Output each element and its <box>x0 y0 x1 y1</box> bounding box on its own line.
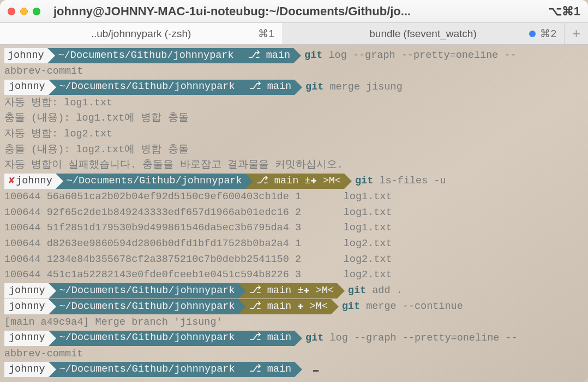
prompt-path: ~/Documents/Github/johnnypark <box>59 330 235 346</box>
window-titlebar: johnny@JOHNNY-MAC-1ui-noteubug:~/Documen… <box>0 0 588 23</box>
traffic-lights <box>8 8 40 15</box>
cursor-icon <box>313 370 319 372</box>
prompt-path: ~/Documents/Github/johnnypark <box>59 79 235 95</box>
output-line: 충돌 (내용): log1.txt에 병합 충돌 <box>4 111 584 127</box>
prompt-user: johnny <box>8 48 44 64</box>
prompt-branch: ⎇ main <box>249 79 292 95</box>
prompt-user: johnny <box>16 174 52 189</box>
prompt-user: johnny <box>9 79 45 95</box>
output-line: 100644 1234e84b355678cf2a3875210c7b0debb… <box>4 252 584 268</box>
prompt-line: johnny ~/Documents/Github/johnnypark ⎇ m… <box>4 283 584 299</box>
command-text: git log --graph --pretty=oneline -- <box>293 48 517 64</box>
window-title: johnny@JOHNNY-MAC-1ui-noteubug:~/Documen… <box>53 4 543 19</box>
command-text: git log --graph --pretty=oneline -- <box>295 331 518 347</box>
close-icon[interactable] <box>8 8 15 15</box>
command-text: git ls-files -u <box>344 174 446 189</box>
prompt-path: ~/Documents/Github/johnnypark <box>59 299 235 315</box>
output-line: 100644 92f65c2de1b849243333edf657d1966ab… <box>4 205 584 221</box>
window-shortcut: ⌥⌘1 <box>548 4 580 19</box>
prompt-branch: ⎇ main ✚ >M< <box>249 299 328 315</box>
modified-dot-icon <box>529 31 536 37</box>
tab-label: ..ub/johnnypark (-zsh) <box>91 28 191 40</box>
error-icon: ✘ <box>9 174 15 189</box>
prompt-branch: ⎇ main ±✚ >M< <box>249 283 334 299</box>
output-line: 100644 51f2851d179530b9d499861546da5ec3b… <box>4 220 584 236</box>
prompt-user: johnny <box>9 299 45 315</box>
output-line: 자동 병합: log2.txt <box>4 127 584 142</box>
tab-shortcut: ⌘2 <box>540 27 556 40</box>
tab-label: bundle (fsevent_watch) <box>369 28 476 40</box>
minimize-icon[interactable] <box>20 8 28 15</box>
prompt-branch: ⎇ main <box>249 330 292 346</box>
tab-shortcut: ⌘1 <box>258 27 274 40</box>
new-tab-button[interactable]: + <box>564 23 588 44</box>
prompt-path: ~/Documents/Github/johnnypark <box>67 174 242 189</box>
command-continuation: abbrev-commit <box>4 64 584 80</box>
prompt-line: johnny ~/Documents/Github/johnnypark ⎇ m… <box>4 80 584 96</box>
prompt-line: johnny ~/Documents/Github/johnnypark ⎇ m… <box>4 48 584 64</box>
prompt-path: ~/Documents/Github/johnnypark <box>59 362 235 378</box>
prompt-line: johnny ~/Documents/Github/johnnypark ⎇ m… <box>4 299 584 315</box>
prompt-branch: ⎇ main <box>249 362 292 378</box>
output-line: 충돌 (내용): log2.txt에 병합 충돌 <box>4 142 584 158</box>
plus-icon: + <box>572 25 580 42</box>
prompt-branch: ⎇ main <box>248 48 291 64</box>
output-line: 100644 56a6051ca2b02b04ef92d5150c9ef6004… <box>4 189 584 205</box>
output-line: 100644 451c1a52282143e0fde0fceeb1e0451c5… <box>4 267 584 283</box>
command-text: git merge jisung <box>295 80 403 96</box>
terminal-pane[interactable]: johnny ~/Documents/Github/johnnypark ⎇ m… <box>0 45 588 382</box>
prompt-line: ✘johnny ~/Documents/Github/johnnypark ⎇ … <box>4 174 584 189</box>
prompt-path: ~/Documents/Github/johnnypark <box>58 48 234 64</box>
prompt-line: johnny ~/Documents/Github/johnnypark ⎇ m… <box>4 362 584 378</box>
prompt-path: ~/Documents/Github/johnnypark <box>59 283 235 299</box>
output-line: 자동 병합: log1.txt <box>4 96 584 111</box>
tab-bundle[interactable]: bundle (fsevent_watch) ⌘2 <box>282 23 564 44</box>
prompt-user: johnny <box>9 362 45 378</box>
output-line: 100644 d8263ee9860594d2806b0dfd1bfd17528… <box>4 236 584 252</box>
tab-bar: ..ub/johnnypark (-zsh) ⌘1 bundle (fseven… <box>0 23 588 45</box>
zoom-icon[interactable] <box>33 8 40 15</box>
command-text: git add . <box>337 283 403 299</box>
prompt-user: johnny <box>9 283 45 299</box>
command-continuation: abbrev-commit <box>4 347 584 362</box>
prompt-user: johnny <box>9 330 45 346</box>
prompt-line: johnny ~/Documents/Github/johnnypark ⎇ m… <box>4 331 584 347</box>
output-line: [main a49c9a4] Merge branch 'jisung' <box>4 315 584 331</box>
tab-zsh[interactable]: ..ub/johnnypark (-zsh) ⌘1 <box>0 23 282 44</box>
output-line: 자동 병합이 실패했습니다. 충돌을 바로잡고 결과물을 커밋하십시오. <box>4 158 584 174</box>
command-text: git merge --continue <box>331 299 463 315</box>
prompt-branch: ⎇ main ±✚ >M< <box>256 174 341 189</box>
